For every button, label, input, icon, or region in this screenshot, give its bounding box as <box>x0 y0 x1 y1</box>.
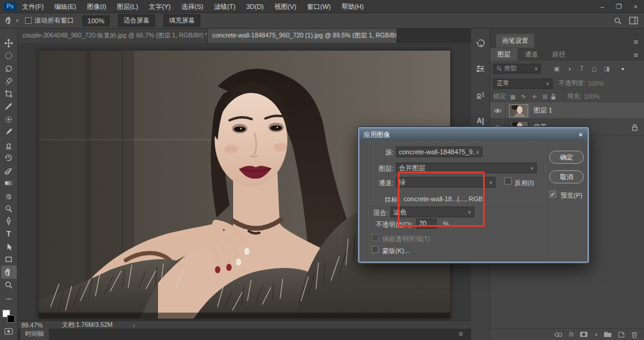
tab-paths[interactable]: 路径 <box>545 48 572 61</box>
scroll-all-windows-checkbox[interactable] <box>25 17 32 24</box>
brush-tool[interactable] <box>1 126 17 138</box>
color-swatches[interactable] <box>2 307 16 325</box>
lock-artboard-icon[interactable]: ⊞ <box>540 93 550 100</box>
tab-layers[interactable]: 图层 <box>490 48 518 61</box>
history-brush-tool[interactable] <box>1 151 17 164</box>
quick-mask-icon[interactable] <box>1 325 17 338</box>
link-layers-icon[interactable] <box>554 332 563 338</box>
fill-label: 填充: <box>567 92 581 101</box>
invert-checkbox[interactable] <box>504 177 512 185</box>
lock-move-icon[interactable]: ✛ <box>529 93 540 100</box>
dialog-close-icon[interactable]: × <box>579 131 583 138</box>
search-icon[interactable] <box>614 17 622 25</box>
fill-screen-button[interactable]: 填充屏幕 <box>163 14 200 27</box>
tab-channels[interactable]: 通道 <box>518 48 545 61</box>
filter-pixel-layers-icon[interactable]: ▣ <box>552 65 562 72</box>
pen-tool[interactable] <box>1 215 17 227</box>
restore-button[interactable]: ❐ <box>611 0 627 13</box>
rectangular-marquee-tool[interactable] <box>1 49 17 62</box>
status-expander-icon[interactable]: › <box>133 322 135 329</box>
lock-transparency-icon[interactable]: ▦ <box>507 93 518 100</box>
document-tab-bar: couple-3064048_960_720-恢复的.jpg @ 66.7% (… <box>18 29 471 43</box>
preview-checkbox[interactable]: ✓ <box>549 191 556 198</box>
layer-mask-icon[interactable] <box>580 331 588 338</box>
menu-edit[interactable]: 编辑(E) <box>49 0 82 13</box>
filter-smart-objects-icon[interactable]: ◨ <box>602 65 612 72</box>
menu-type[interactable]: 文字(Y) <box>144 0 177 13</box>
lasso-tool[interactable] <box>1 62 17 74</box>
history-panel-icon[interactable] <box>474 36 487 49</box>
zoom-tool[interactable] <box>1 279 17 291</box>
tab-brush-settings[interactable]: 画笔设置 <box>496 34 534 48</box>
minimize-button[interactable]: – <box>594 0 611 13</box>
move-tool[interactable] <box>1 37 17 49</box>
document-tab-concrete-wall[interactable]: concrete-wall-1848475_960_720 (1).jpg @ … <box>208 29 397 43</box>
gradient-tool[interactable] <box>1 177 17 189</box>
properties-panel-icon[interactable] <box>474 62 487 75</box>
eraser-tool[interactable] <box>1 164 17 176</box>
lock-paint-icon[interactable]: ✎ <box>518 93 529 100</box>
layer-filter-type-select[interactable]: 类型 ∨ <box>493 64 541 74</box>
type-tool[interactable]: T <box>1 227 17 240</box>
quick-selection-tool[interactable] <box>1 75 17 88</box>
filter-type-layers-icon[interactable]: T <box>577 65 587 72</box>
path-selection-tool[interactable] <box>1 241 17 253</box>
spot-healing-brush-tool[interactable] <box>1 113 17 126</box>
filter-toggle-icon[interactable]: ● <box>618 66 628 71</box>
adjustment-layer-icon[interactable]: ◑ <box>594 331 597 338</box>
menu-file[interactable]: 文件(F) <box>17 0 49 13</box>
zoom-percent[interactable]: 89.47% <box>21 322 43 329</box>
lock-all-icon[interactable] <box>550 93 561 100</box>
timeline-panel: 时间轴 ≡ <box>18 329 471 340</box>
clone-source-panel-icon[interactable] <box>474 88 487 101</box>
timeline-menu-icon[interactable]: ≡ <box>459 329 463 340</box>
hand-tool[interactable] <box>1 266 17 278</box>
workspace-icon[interactable] <box>629 17 638 24</box>
layer-row-layer1[interactable]: 图层 1 <box>490 102 644 119</box>
layer-thumbnail[interactable] <box>509 104 528 117</box>
visibility-eye-icon[interactable] <box>490 102 506 118</box>
edit-toolbar-ellipsis[interactable]: … <box>1 291 17 304</box>
preserve-transparency-checkbox[interactable] <box>371 234 379 241</box>
opacity-value[interactable]: 100% <box>588 80 604 87</box>
background-color-swatch[interactable] <box>7 315 15 323</box>
layers-menu-icon[interactable]: ≡ <box>633 51 638 61</box>
eyedropper-tool[interactable] <box>1 100 17 113</box>
fill-value[interactable]: 100% <box>584 93 600 100</box>
menu-window[interactable]: 窗口(W) <box>302 0 336 13</box>
delete-layer-icon[interactable] <box>631 331 638 338</box>
filter-shape-layers-icon[interactable]: ◻ <box>589 65 599 72</box>
document-tab-couple[interactable]: couple-3064048_960_720-恢复的.jpg @ 66.7% (… <box>18 29 208 43</box>
source-label: 源: <box>360 148 394 157</box>
clone-stamp-tool[interactable] <box>1 139 17 151</box>
cancel-button[interactable]: 取消 <box>549 170 584 183</box>
chevron-down-icon[interactable]: ∨ <box>16 18 19 23</box>
layers-panel-bottom-bar: fx ◑ <box>490 328 644 340</box>
menu-view[interactable]: 视图(V) <box>269 0 302 13</box>
new-layer-icon[interactable] <box>618 331 625 338</box>
crop-tool[interactable] <box>1 88 17 100</box>
panel-menu-icon[interactable]: ≡ <box>633 38 638 48</box>
filter-adjustment-layers-icon[interactable]: ◑ <box>564 65 574 72</box>
menu-help[interactable]: 帮助(H) <box>336 0 369 13</box>
source-select[interactable]: concrete-wall-1848475_9... ∨ <box>396 146 482 157</box>
timeline-tab[interactable]: 时间轴 <box>20 329 49 340</box>
close-button[interactable]: × <box>627 0 644 13</box>
dodge-tool[interactable] <box>1 202 17 214</box>
menu-filter[interactable]: 滤镜(T) <box>209 0 241 13</box>
dialog-title-bar[interactable]: 应用图像 × <box>360 129 587 141</box>
zoom-value-field[interactable]: 100% <box>82 15 110 26</box>
smudge-tool[interactable] <box>1 189 17 202</box>
mask-checkbox[interactable] <box>371 246 379 253</box>
layer-effects-icon[interactable]: fx <box>569 331 574 338</box>
menu-3d[interactable]: 3D(D) <box>241 0 269 13</box>
menu-image[interactable]: 图像(I) <box>82 0 112 13</box>
rectangle-tool[interactable] <box>1 253 17 266</box>
menu-select[interactable]: 选择(S) <box>176 0 209 13</box>
character-panel-icon[interactable]: A| <box>474 114 487 127</box>
menu-layer[interactable]: 图层(L) <box>112 0 143 13</box>
fit-screen-button[interactable]: 适合屏幕 <box>118 14 155 27</box>
ok-button[interactable]: 确定 <box>549 151 584 164</box>
blend-mode-select[interactable]: 正常∨ <box>493 79 553 89</box>
layer-group-icon[interactable] <box>603 331 612 338</box>
